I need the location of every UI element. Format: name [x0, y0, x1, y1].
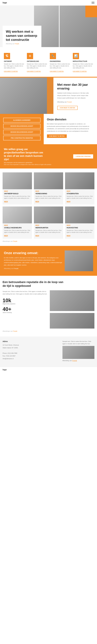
contact-address-line: Staten Island, NY 10301	[2, 346, 29, 349]
reputation-left: Sample text. Click to select the text bo…	[2, 290, 47, 313]
project-link[interactable]: MEER	[35, 201, 39, 202]
project-desc: Sample text. Click to select the text bo…	[35, 195, 62, 199]
contact-credit-link[interactable]: Freepik	[72, 360, 77, 361]
contact-section: Adres 12 Court Street, 3 AvenueStaten Is…	[0, 336, 97, 367]
project-card-image	[34, 172, 63, 189]
reputation-stat: 10k Afgeronde projecten	[2, 298, 47, 304]
project-link[interactable]: MEER	[4, 201, 8, 202]
feature-text: Sample text. Click to select the text bo…	[27, 63, 47, 69]
orange-body: En folie Schiller, actief in alle lagen …	[4, 256, 62, 266]
project-desc: Sample text. Click to select the text bo…	[4, 195, 30, 199]
project-card-body: MEER WERKRUIMTEN Sample text. Click to s…	[34, 223, 63, 239]
reputation-stats: 10k Afgeronde projecten 40+ Jaren ervari…	[2, 298, 47, 313]
services-title: Onze diensten	[47, 118, 94, 121]
project-card-image	[2, 206, 32, 223]
feature-icon: 📊	[73, 53, 79, 59]
project-link[interactable]: MEER	[67, 235, 70, 236]
footer: logo	[0, 367, 97, 372]
contact-address-line: Fax: (718) 123-4567	[2, 354, 29, 357]
hero-credit-link[interactable]: Freepik	[15, 43, 19, 44]
services-section: ALGEMEEN AANNEMERDESIGN BUILD/DESIGN-ASS…	[0, 114, 97, 144]
experience-credit-link[interactable]: Freepik	[67, 101, 72, 103]
stat-label: Jaren ervaring	[2, 312, 47, 313]
feature-text: Sample text. Click to select the text bo…	[50, 63, 70, 69]
services-left-button[interactable]: ALGEMEEN AANNEMER	[3, 118, 40, 122]
logo[interactable]: logo	[2, 2, 7, 4]
feature-link[interactable]: KOM MEER TE WETEN	[27, 71, 41, 72]
orange-accent-bar	[47, 78, 53, 114]
contact-nav	[32, 340, 59, 363]
feature-title: ENGINEERING	[50, 60, 70, 62]
orange-title: Onze ervaring omvat:	[4, 251, 62, 255]
project-tag: MEER	[67, 225, 93, 226]
project-card-image	[65, 206, 95, 223]
feature-icon: 🔧	[50, 53, 56, 59]
project-name: VERBOUWING	[35, 192, 62, 194]
feature-text: Sample text. Click to select the text bo…	[4, 63, 24, 69]
experience-button[interactable]: KOM MEER TE WETEN	[57, 106, 78, 110]
project-card-image	[34, 206, 63, 223]
reputation-right	[50, 290, 95, 328]
contact-address: Adres 12 Court Street, 3 AvenueStaten Is…	[2, 340, 29, 363]
feature-icon: 🏗	[4, 53, 10, 59]
services-button[interactable]: KOM MEER TE WETEN	[47, 134, 67, 138]
hamburger-menu[interactable]	[92, 2, 95, 4]
reputation-credit-link[interactable]: Freepik	[13, 330, 17, 332]
feature-item: ⚙ ONTWIKKELING Sample text. Click to sel…	[26, 51, 49, 74]
feature-link[interactable]: KOM MEER TE WETEN	[50, 71, 64, 72]
orange-credit: Afbeelding van Freepik	[4, 267, 62, 270]
cta-text: We willen graag uw projectbehoeften besp…	[4, 148, 73, 165]
feature-text: Sample text. Click to select the text bo…	[73, 63, 93, 69]
project-link[interactable]: MEER	[35, 235, 39, 236]
projects-credit-link[interactable]: Freepik	[13, 240, 17, 242]
hero-text-box: Wij werken met u samen van ontwerp tot c…	[2, 26, 41, 47]
orange-content: Onze ervaring omvat: En folie Schiller, …	[4, 251, 62, 271]
services-left-button[interactable]: DESIGN BUILD/DESIGN-ASSIST	[3, 130, 40, 134]
feature-item: 🏗 ONTWERP Sample text. Click to select t…	[2, 51, 26, 74]
experience-content: Met meer dan 30 jaar ervaring Habitant m…	[53, 78, 97, 114]
feature-link[interactable]: KOM MEER TE WETEN	[4, 71, 18, 72]
reputation-photo-2	[50, 313, 95, 328]
feature-link[interactable]: KOM MEER TE WETEN	[73, 71, 87, 72]
cta-subtitle: Wij ontwerpen met de toekomst in gedacht…	[4, 162, 73, 163]
feature-icon: ⚙	[27, 53, 33, 59]
reputation-body: Sample text. Click to select the text bo…	[2, 290, 47, 295]
project-card: MEER CIVIELE INGENIEURS Sample text. Cli…	[2, 206, 32, 239]
feature-title: INFRASTRUCTUUR	[73, 60, 93, 62]
project-card-body: MEER CIVIELE INGENIEURS Sample text. Cli…	[2, 223, 32, 239]
reputation-title: Een betrouwbare reputatie die in de loop…	[2, 280, 67, 288]
contact-address-title: Adres	[2, 340, 29, 342]
contact-body: Sample text. Click to select the text bo…	[63, 340, 95, 345]
project-tag: MEER	[35, 190, 62, 192]
project-card: MEER ONTWERP-BUILD Sample text. Click to…	[2, 172, 32, 204]
reputation-section: Een betrouwbare reputatie die in de loop…	[0, 276, 97, 336]
project-name: WERKRUIMTEN	[35, 227, 62, 229]
reputation-content: Sample text. Click to select the text bo…	[2, 290, 95, 328]
project-card: MEER VERBOUWING Sample text. Click to se…	[34, 172, 63, 204]
contact-image	[63, 346, 95, 359]
project-link[interactable]: MEER	[4, 235, 8, 236]
cta-body: Duis nunc risus imperdiet in volutpat en…	[4, 164, 73, 165]
stat-number: 10k	[2, 298, 47, 303]
footer-logo: logo	[2, 368, 7, 371]
contact-address-details: 12 Court Street, 3 AvenueStaten Island, …	[2, 344, 29, 360]
cta-button[interactable]: LATEN WIJ PRATEN	[73, 154, 93, 158]
project-card-body: MEER STADBRUITEN Sample text. Click to s…	[65, 189, 95, 204]
services-left-button[interactable]: DESIGN BUILD/DESIGN-ASSIST	[3, 124, 40, 128]
project-desc: Sample text. Click to select the text bo…	[67, 230, 93, 233]
project-card-image	[2, 172, 32, 189]
feature-item: 📊 INFRASTRUCTUUR Sample text. Click to s…	[72, 51, 95, 74]
navbar: logo	[0, 0, 97, 6]
contact-address-line: Phone: (212) 456-7890	[2, 352, 29, 354]
project-link[interactable]: MEER	[67, 201, 70, 202]
project-card: MEER WERKRUIMTEN Sample text. Click to s…	[34, 206, 63, 239]
hero-title: Wij werken met u samen van ontwerp tot c…	[6, 30, 38, 42]
reputation-photo-1	[50, 290, 95, 311]
experience-image	[0, 78, 53, 114]
project-card: MEER STADBRUITEN Sample text. Click to s…	[65, 172, 95, 204]
orange-credit-link[interactable]: Freepik	[14, 268, 18, 269]
projects-section: MEER ONTWERP-BUILD Sample text. Click to…	[0, 168, 97, 246]
project-card-body: MEER ONTWERP-BUILD Sample text. Click to…	[2, 189, 32, 204]
features-section: 🏗 ONTWERP Sample text. Click to select t…	[0, 47, 97, 77]
services-left-button[interactable]: PRE CONSTRUCTIE DIENSTEN	[3, 136, 40, 140]
